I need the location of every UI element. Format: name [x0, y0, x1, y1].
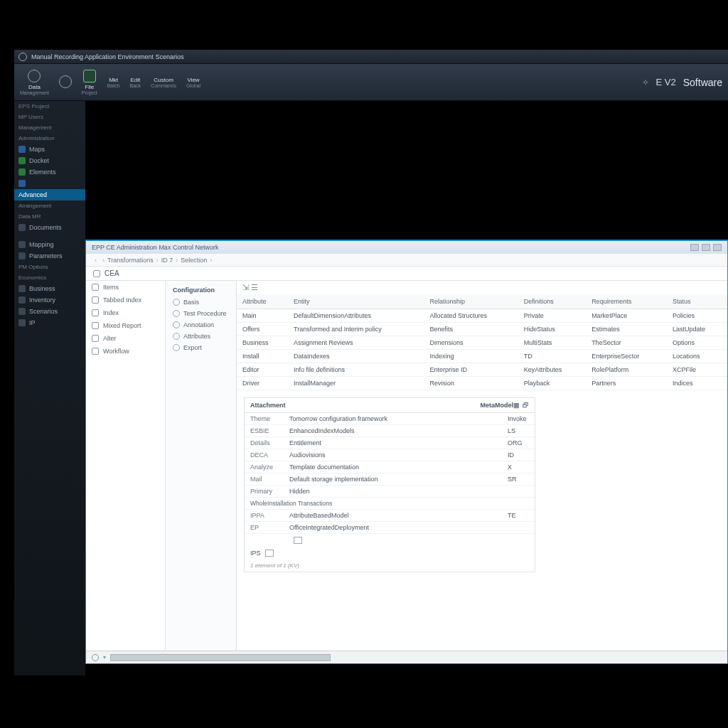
action-basis[interactable]: Basis: [166, 296, 236, 308]
index-icon: [92, 309, 99, 316]
detail-row: EPOfficeIntegratedDeployment: [245, 522, 535, 534]
sidebar-item-elements[interactable]: Elements: [14, 166, 85, 178]
toolbar-item-data[interactable]: Data Management: [20, 70, 49, 95]
column-header[interactable]: Entity: [288, 294, 424, 309]
sidebar-section: MP Users: [14, 112, 85, 122]
nav-item-items[interactable]: Items: [86, 281, 165, 294]
sidebar-item-ip[interactable]: IP: [14, 317, 85, 328]
breadcrumb-item[interactable]: Transformations: [107, 257, 154, 264]
cell: Enterprise ID: [424, 363, 518, 377]
app-icon: [18, 53, 27, 61]
nav-item-report[interactable]: Mixed Report: [86, 319, 165, 332]
toolbar-item-view[interactable]: View Global: [186, 77, 200, 88]
table-row[interactable]: InstallDataIndexesIndexingTDEnterpriseSe…: [237, 350, 727, 363]
sidebar-group[interactable]: Arrangement: [14, 200, 85, 211]
sidebar-item-scenarios[interactable]: Scenarios: [14, 306, 85, 317]
checkbox[interactable]: [265, 550, 274, 557]
cell: Install: [237, 350, 288, 363]
toolbar-item-blank[interactable]: [59, 75, 72, 90]
detail-code: Invoke: [508, 415, 529, 422]
main-sidebar: EPS Project MP Users Management Administ…: [14, 101, 85, 675]
cell: DefaultDimensionAttributes: [288, 309, 424, 323]
detail-code: [508, 488, 529, 495]
sidebar-item-advanced[interactable]: Advanced: [14, 189, 85, 200]
action-test[interactable]: Test Procedure: [166, 308, 236, 319]
breadcrumb-item[interactable]: ID 7: [161, 257, 173, 264]
sidebar-item-business[interactable]: Business: [14, 283, 85, 294]
detail-code: TE: [508, 512, 529, 519]
cell: MultiStats: [518, 336, 586, 350]
cell: TheSector: [586, 336, 667, 350]
window-controls: [690, 244, 722, 251]
sound-icon: [18, 319, 26, 326]
nav-item-index[interactable]: Index: [86, 306, 165, 319]
cell: LastUpdate: [667, 323, 727, 336]
table-row[interactable]: BusinessAssignment ReviewsDimensionsMult…: [237, 336, 727, 350]
maximize-button[interactable]: [702, 244, 710, 251]
detail-value: Tomorrow configuration framework: [289, 415, 508, 422]
toolbar-item-edit[interactable]: Edit Back: [130, 77, 141, 88]
column-header[interactable]: Attribute: [237, 294, 288, 309]
cell: Estimates: [586, 323, 667, 336]
column-header[interactable]: Relationship: [424, 294, 518, 309]
sidebar-group[interactable]: Data MR: [14, 211, 85, 222]
filter-icon[interactable]: ⇲: [242, 283, 249, 291]
sidebar-item-mapping[interactable]: Mapping: [14, 239, 85, 250]
breadcrumb-item[interactable]: Selection: [181, 257, 207, 264]
status-bar: ▾: [237, 651, 727, 663]
sidebar-item-maps[interactable]: Maps: [14, 144, 85, 155]
close-button[interactable]: [713, 244, 722, 251]
sidebar-item-docket[interactable]: Docket: [14, 155, 85, 166]
nav-item-alter[interactable]: Alter: [86, 332, 165, 345]
toolbar-item-mkt[interactable]: Mkt Batch: [107, 77, 120, 88]
detail-header-left: Attachment: [250, 402, 286, 409]
column-header[interactable]: Definitions: [518, 294, 586, 309]
sidebar-item-inventory[interactable]: Inventory: [14, 294, 85, 306]
action-annotation[interactable]: Annotation: [166, 319, 236, 331]
action-export[interactable]: Export: [166, 342, 236, 353]
sidebar-item-misc[interactable]: [14, 178, 85, 189]
cell: XCPFile: [667, 363, 727, 377]
document-icon: [83, 70, 96, 82]
cell: Dimensions: [424, 336, 518, 350]
docket-icon: [18, 157, 26, 164]
child-window-titlebar: EPP CE Administration Max Control Networ…: [86, 241, 727, 254]
detail-panel: Attachment MetaModel ▦ 🗗 ThemeTomorrow c…: [244, 397, 535, 572]
sidebar-item-documents[interactable]: Documents: [14, 222, 85, 233]
nav-item-tabbed[interactable]: Tabbed Index: [86, 294, 165, 306]
gear-icon[interactable]: ✧: [642, 77, 649, 87]
minimize-button[interactable]: [690, 244, 699, 251]
sidebar-item-parameters[interactable]: Parameters: [14, 250, 85, 262]
grid-icon[interactable]: ▦: [513, 402, 520, 409]
pin-icon[interactable]: [93, 270, 100, 277]
action-attributes[interactable]: Attributes: [166, 331, 236, 342]
cell: Revision: [424, 377, 518, 390]
table-row[interactable]: DriverInstallManagerRevisionPlaybackPart…: [237, 377, 727, 390]
checkbox[interactable]: [294, 537, 302, 544]
toolbar-item-custom[interactable]: Custom Commands: [151, 77, 176, 88]
table-row[interactable]: EditorInfo file definitionsEnterprise ID…: [237, 363, 727, 377]
detail-code: ID: [508, 451, 529, 459]
cell: Benefits: [424, 323, 518, 336]
cell: Business: [237, 336, 288, 350]
link-icon[interactable]: 🗗: [523, 402, 529, 409]
nav-item-workflow[interactable]: Workflow: [86, 345, 165, 358]
detail-row: IPPAAttributeBasedModelTE: [245, 510, 535, 522]
chevron-right-icon[interactable]: ›: [102, 257, 105, 264]
cell: Private: [518, 309, 586, 323]
cell: RolePlatform: [586, 363, 667, 377]
chevron-left-icon[interactable]: ‹: [95, 257, 97, 264]
detail-row: ThemeTomorrow configuration frameworkInv…: [245, 413, 535, 425]
column-header[interactable]: Requirements: [586, 294, 667, 309]
report-icon: [92, 322, 99, 329]
toolbar-item-file[interactable]: File Project: [82, 70, 97, 95]
table-row[interactable]: MainDefaultDimensionAttributesAllocated …: [237, 309, 727, 323]
detail-code: [508, 524, 529, 531]
column-header[interactable]: Status: [667, 294, 727, 309]
expand-icon[interactable]: ☰: [251, 283, 258, 291]
sidebar-item-options[interactable]: PM Options: [14, 262, 85, 272]
cell: Indexing: [424, 350, 518, 363]
detail-row: MailDefault storage implementationSR: [245, 473, 535, 486]
table-row[interactable]: OffersTransformed and Interim policyBene…: [237, 323, 727, 336]
sidebar-item-economics[interactable]: Economics: [14, 272, 85, 283]
